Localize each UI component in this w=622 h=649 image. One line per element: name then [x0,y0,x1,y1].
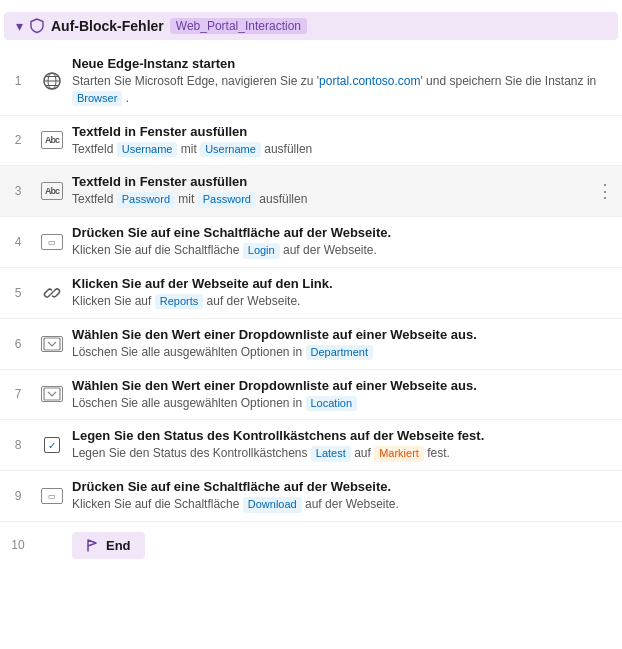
row-8-desc: Legen Sie den Status des Kontrollkästche… [72,445,614,462]
end-label: End [106,538,131,553]
svg-rect-6 [44,338,60,350]
row-8-badge1: Latest [311,446,351,461]
row-num-8: 8 [0,420,36,470]
row-1-desc: Starten Sie Microsoft Edge, navigieren S… [72,73,614,107]
row-num-6: 6 [0,319,36,369]
link-icon-5 [36,268,68,318]
row-5: 5 Klicken Sie auf der Webseite auf den L… [0,268,622,319]
row-num-7: 7 [0,370,36,420]
row-4-content: Drücken Sie auf eine Schaltfläche auf de… [68,217,622,267]
row-9-desc: Klicken Sie auf die Schaltfläche Downloa… [72,496,614,513]
textfield-icon-2: Abc [36,116,68,166]
row-7-badge1: Location [306,396,358,411]
svg-rect-7 [44,388,60,400]
row-7: 7 Wählen Sie den Wert einer Dropdownlist… [0,370,622,421]
row-8-title: Legen Sie den Status des Kontrollkästche… [72,428,614,443]
header-block[interactable]: ▾ Auf-Block-Fehler Web_Portal_Interactio… [4,12,618,40]
row-4-desc: Klicken Sie auf die Schaltfläche Login a… [72,242,614,259]
row-1-badge: Browser [72,91,122,106]
flag-icon [86,538,100,552]
row-num-10: 10 [0,528,36,562]
row-3: 3 Abc Textfeld in Fenster ausfüllen Text… [0,166,622,217]
row-9-content: Drücken Sie auf eine Schaltfläche auf de… [68,471,622,521]
row-1-link[interactable]: portal.contoso.com [319,74,420,88]
row-1-content: Neue Edge-Instanz starten Starten Sie Mi… [68,48,622,115]
row-6-content: Wählen Sie den Wert einer Dropdownliste … [68,319,622,369]
row-num-5: 5 [0,268,36,318]
row-7-desc: Löschen Sie alle ausgewählten Optionen i… [72,395,614,412]
checkbox-icon-8: ✓ [36,420,68,470]
row-num-2: 2 [0,116,36,166]
row-7-content: Wählen Sie den Wert einer Dropdownliste … [68,370,622,420]
row-num-1: 1 [0,48,36,115]
main-container: ▾ Auf-Block-Fehler Web_Portal_Interactio… [0,0,622,573]
row-8-badge2: Markiert [374,446,424,461]
shield-icon [29,18,45,34]
row-2-desc: Textfeld Username mit Username ausfüllen [72,141,614,158]
row-8-content: Legen Sie den Status des Kontrollkästche… [68,420,622,470]
row-6-title: Wählen Sie den Wert einer Dropdownliste … [72,327,614,342]
dropdown-icon-6 [36,319,68,369]
row-8: 8 ✓ Legen Sie den Status des Kontrollkäs… [0,420,622,471]
row-9: 9 ▭ Drücken Sie auf eine Schaltfläche au… [0,471,622,522]
row-3-menu[interactable]: ⋮ [588,166,622,216]
row-4: 4 ▭ Drücken Sie auf eine Schaltfläche au… [0,217,622,268]
row-9-title: Drücken Sie auf eine Schaltfläche auf de… [72,479,614,494]
row-5-desc: Klicken Sie auf Reports auf der Webseite… [72,293,614,310]
row-4-title: Drücken Sie auf eine Schaltfläche auf de… [72,225,614,240]
row-3-content: Textfeld in Fenster ausfüllen Textfeld P… [68,166,588,216]
row-3-badge1: Password [117,192,175,207]
row-7-title: Wählen Sie den Wert einer Dropdownliste … [72,378,614,393]
header-badge: Web_Portal_Interaction [170,18,307,34]
header-title: Auf-Block-Fehler [51,18,164,34]
row-2: 2 Abc Textfeld in Fenster ausfüllen Text… [0,116,622,167]
row-5-badge1: Reports [155,294,204,309]
row-2-content: Textfeld in Fenster ausfüllen Textfeld U… [68,116,622,166]
end-block[interactable]: End [72,532,145,559]
btn-icon-9: ▭ [36,471,68,521]
row-2-title: Textfeld in Fenster ausfüllen [72,124,614,139]
textfield-icon-3: Abc [36,166,68,216]
dropdown-icon-7 [36,370,68,420]
row-3-title: Textfeld in Fenster ausfüllen [72,174,580,189]
row-1: 1 Neue Edge-Instanz starten Starten Sie … [0,48,622,116]
row-3-badge2: Password [198,192,256,207]
row-num-4: 4 [0,217,36,267]
svg-line-5 [51,291,54,294]
row-6-badge1: Department [306,345,373,360]
row-4-badge1: Login [243,243,280,258]
row-6-desc: Löschen Sie alle ausgewählten Optionen i… [72,344,614,361]
row-9-badge1: Download [243,497,302,512]
row-6: 6 Wählen Sie den Wert einer Dropdownlist… [0,319,622,370]
row-1-title: Neue Edge-Instanz starten [72,56,614,71]
row-num-3: 3 [0,166,36,216]
end-row-wrapper: 10 End [0,526,622,565]
btn-icon-4: ▭ [36,217,68,267]
row-num-9: 9 [0,471,36,521]
row-5-content: Klicken Sie auf der Webseite auf den Lin… [68,268,622,318]
globe-icon [36,48,68,115]
row-5-title: Klicken Sie auf der Webseite auf den Lin… [72,276,614,291]
chevron-icon: ▾ [16,18,23,34]
row-2-badge1: Username [117,142,178,157]
row-2-badge2: Username [200,142,261,157]
row-3-desc: Textfeld Password mit Password ausfüllen [72,191,580,208]
